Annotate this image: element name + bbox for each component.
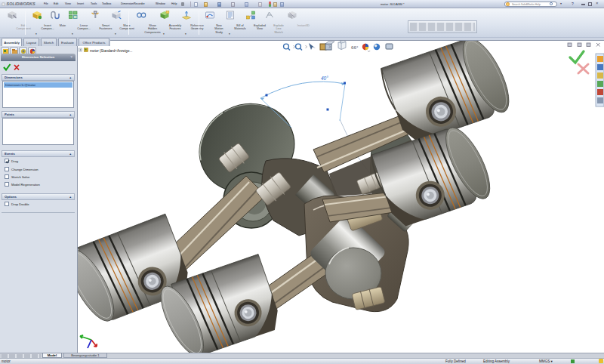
svg-text:40°: 40° xyxy=(321,76,328,81)
svg-text:66°: 66° xyxy=(351,45,359,50)
svg-text:motor (Standard<Anzeige...: motor (Standard<Anzeige... xyxy=(90,49,132,53)
